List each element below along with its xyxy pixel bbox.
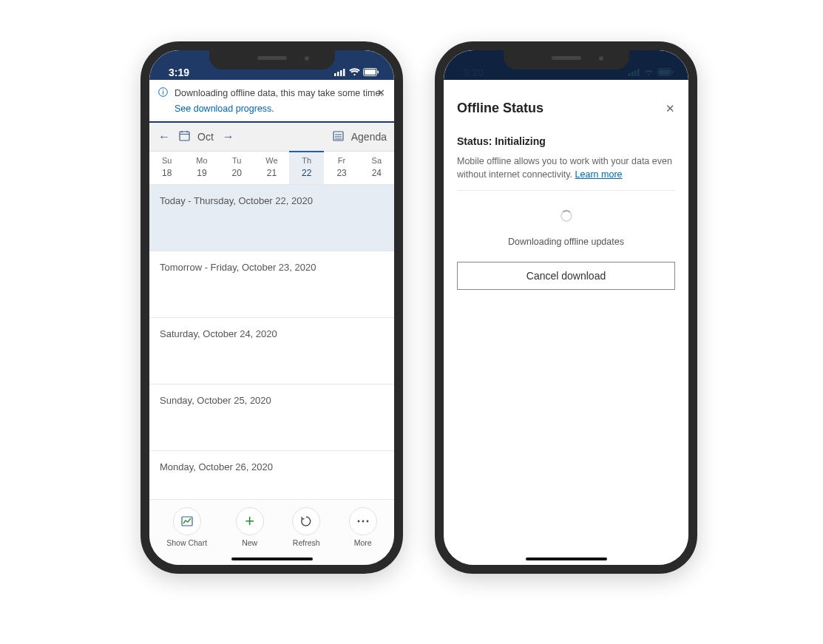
status-description: Mobile offline allows you to work with y…	[457, 155, 675, 191]
bottom-bar: Show Chart + New Refresh More	[149, 499, 394, 565]
svg-rect-3	[343, 69, 345, 76]
svg-point-19	[357, 521, 359, 523]
learn-more-link[interactable]: Learn more	[575, 169, 623, 180]
new-button[interactable]: + New	[236, 507, 264, 547]
spinner-icon	[560, 210, 572, 222]
wifi-icon	[349, 67, 360, 78]
agenda-item-today[interactable]: Today - Thursday, October 22, 2020	[149, 185, 394, 251]
day-th[interactable]: Th22	[289, 152, 324, 184]
show-chart-button[interactable]: Show Chart	[166, 507, 207, 547]
signal-icon	[629, 67, 640, 78]
home-indicator[interactable]	[526, 557, 607, 560]
day-su[interactable]: Su18	[149, 152, 184, 184]
signal-icon	[334, 67, 346, 78]
svg-rect-6	[378, 71, 379, 74]
battery-icon	[657, 67, 674, 78]
svg-rect-5	[365, 70, 376, 75]
phone-right: 3:20 Offline Status ✕ Status: Initi	[435, 41, 697, 574]
day-we[interactable]: We21	[254, 152, 289, 184]
notch	[504, 49, 629, 70]
banner-message-wrap: Downloading offline data, this may take …	[175, 87, 385, 115]
next-arrow-icon[interactable]: →	[221, 129, 236, 145]
day-tu[interactable]: Tu20	[220, 152, 254, 184]
notch	[209, 49, 335, 70]
svg-rect-2	[340, 70, 342, 76]
day-mo[interactable]: Mo19	[184, 152, 219, 184]
agenda-label[interactable]: Agenda	[351, 131, 387, 143]
svg-rect-27	[659, 70, 670, 75]
panel-wrap: Offline Status ✕ Status: Initializing Mo…	[444, 80, 688, 565]
close-icon[interactable]: ✕	[665, 102, 675, 115]
cancel-download-button[interactable]: Cancel download	[457, 262, 675, 290]
svg-point-20	[362, 521, 364, 523]
svg-rect-25	[637, 69, 640, 76]
week-row: Su18 Mo19 Tu20 We21 Th22 Fr23 Sa24	[149, 152, 394, 185]
refresh-button[interactable]: Refresh	[292, 507, 320, 547]
svg-rect-1	[337, 72, 339, 76]
prev-arrow-icon[interactable]: ←	[157, 129, 172, 145]
banner-message: Downloading offline data, this may take …	[175, 88, 383, 98]
status-time: 3:19	[169, 67, 189, 78]
home-indicator[interactable]	[231, 557, 313, 560]
more-icon	[349, 507, 377, 535]
downloading-text: Downloading offline updates	[457, 237, 675, 247]
phone-left: 3:19 Downloading offline data, this may …	[140, 41, 403, 574]
status-time: 3:20	[463, 67, 484, 78]
panel-title: Offline Status	[457, 101, 543, 116]
battery-icon	[363, 67, 379, 78]
svg-rect-28	[672, 71, 674, 74]
offline-status-panel: Offline Status ✕ Status: Initializing Mo…	[444, 80, 688, 290]
plus-icon: +	[236, 507, 264, 535]
month-label[interactable]: Oct	[197, 131, 214, 143]
calendar-icon[interactable]	[179, 130, 190, 143]
agenda-item[interactable]: Sunday, October 25, 2020	[149, 384, 394, 451]
svg-rect-9	[163, 89, 163, 90]
status-icons	[629, 67, 674, 78]
spinner-wrap	[457, 191, 675, 237]
svg-rect-24	[634, 70, 637, 76]
screen-left: 3:19 Downloading offline data, this may …	[149, 50, 394, 565]
refresh-icon	[292, 507, 320, 535]
chart-icon	[173, 507, 201, 535]
agenda-item[interactable]: Saturday, October 24, 2020	[149, 318, 394, 384]
banner-link[interactable]: See download progress.	[175, 103, 385, 115]
screen-right: 3:20 Offline Status ✕ Status: Initi	[444, 50, 688, 565]
info-icon	[158, 87, 169, 99]
agenda-list[interactable]: Today - Thursday, October 22, 2020 Tomor…	[149, 185, 394, 518]
day-fr[interactable]: Fr23	[324, 152, 359, 184]
agenda-icon[interactable]	[333, 130, 344, 143]
more-button[interactable]: More	[349, 507, 377, 547]
svg-rect-10	[180, 132, 189, 140]
svg-rect-0	[334, 73, 336, 76]
svg-rect-22	[629, 73, 631, 76]
svg-rect-23	[631, 72, 634, 76]
svg-point-21	[366, 521, 368, 523]
svg-rect-8	[163, 92, 163, 95]
status-line: Status: Initializing	[457, 135, 675, 147]
status-icons	[334, 67, 379, 78]
calendar-header: ← Oct → Agenda	[149, 123, 394, 152]
day-sa[interactable]: Sa24	[359, 152, 394, 184]
close-icon[interactable]: ✕	[377, 87, 385, 98]
agenda-item[interactable]: Tomorrow - Friday, October 23, 2020	[149, 251, 394, 318]
wifi-icon	[643, 67, 654, 78]
download-banner: Downloading offline data, this may take …	[149, 80, 394, 123]
